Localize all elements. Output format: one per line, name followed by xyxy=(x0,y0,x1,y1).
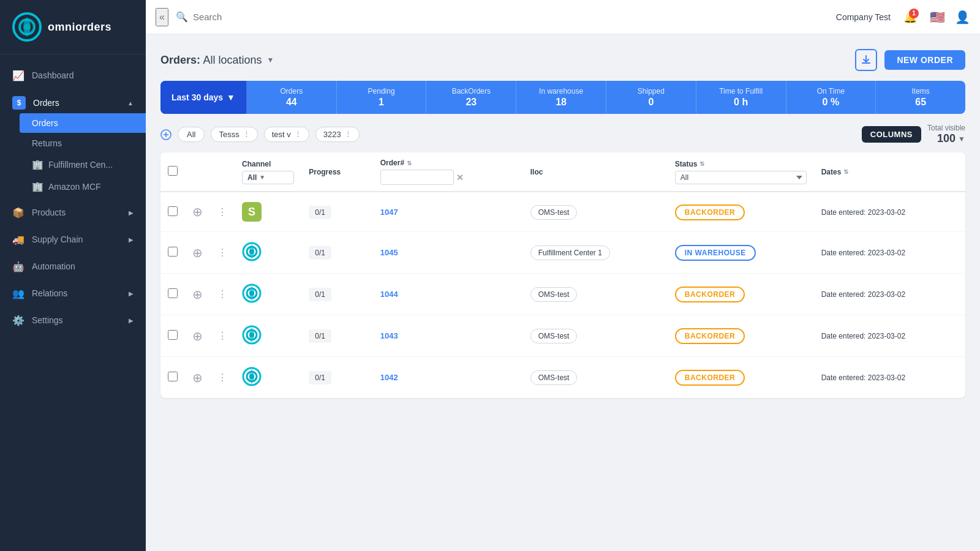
search-input[interactable] xyxy=(193,12,421,22)
row-more-icon[interactable]: ⋮ xyxy=(217,207,227,217)
filter-3223-more-icon: ⋮ xyxy=(345,130,352,138)
status-sort-icon[interactable]: ⇅ xyxy=(699,160,704,167)
automation-label: Automation xyxy=(32,261,75,271)
row-date-cell: Date entered: 2023-03-02 xyxy=(814,192,965,232)
row-more-icon[interactable]: ⋮ xyxy=(217,331,227,341)
row-progress-cell: 0/1 xyxy=(301,315,372,357)
order-num-sort-icon[interactable]: ⇅ xyxy=(407,160,412,167)
orders-header: Orders: All locations ▼ NEW ORDER xyxy=(160,49,965,71)
sidebar-item-label: Dashboard xyxy=(32,70,74,80)
row-status-cell: BACKORDER xyxy=(668,357,814,399)
row-add-icon[interactable]: ⊕ xyxy=(192,246,203,260)
sidebar-item-automation[interactable]: 🤖 Automation xyxy=(0,253,146,280)
row-add-cell: ⊕ xyxy=(185,274,210,315)
stat-in-warehouse[interactable]: In warehouse 18 xyxy=(516,81,606,114)
filter-add-button[interactable] xyxy=(160,129,172,140)
filter-chip-testv[interactable]: test v ⋮ xyxy=(264,127,309,142)
settings-expand-icon: ▶ xyxy=(129,317,134,324)
period-caret-icon: ▼ xyxy=(227,92,235,102)
stat-backorders-value: 23 xyxy=(431,97,511,108)
notifications-button[interactable]: 🔔 1 xyxy=(900,7,920,27)
sidebar-subitem-amazon[interactable]: 🏢 Amazon MCF xyxy=(32,176,146,198)
row-order-link[interactable]: 1042 xyxy=(380,373,398,382)
row-progress-cell: 0/1 xyxy=(301,274,372,315)
columns-button[interactable]: COLUMNS xyxy=(862,126,921,143)
stat-pending[interactable]: Pending 1 xyxy=(337,81,427,114)
row-location-badge: OMS-test xyxy=(530,329,578,343)
svg-point-2 xyxy=(24,24,30,30)
export-button[interactable] xyxy=(855,49,877,71)
stat-items[interactable]: Items 65 xyxy=(876,81,965,114)
row-hloc-cell: OMS-test xyxy=(523,315,668,357)
row-checkbox[interactable] xyxy=(168,372,178,381)
table-row: ⊕ ⋮ 0/1 1044 OMS-test BACKORDER Date ent… xyxy=(160,274,965,315)
row-more-icon[interactable]: ⋮ xyxy=(217,289,227,299)
channel-filter-value: All xyxy=(247,173,257,182)
row-order-link[interactable]: 1047 xyxy=(380,208,398,217)
new-order-button[interactable]: NEW ORDER xyxy=(884,50,965,70)
row-add-icon[interactable]: ⊕ xyxy=(192,329,203,343)
stat-backorders[interactable]: BackOrders 23 xyxy=(426,81,516,114)
stat-orders[interactable]: Orders 44 xyxy=(247,81,337,114)
sidebar-item-settings[interactable]: ⚙️ Settings ▶ xyxy=(0,307,146,334)
filter-chip-3223[interactable]: 3223 ⋮ xyxy=(315,127,360,142)
sidebar-item-supply-chain[interactable]: 🚚 Supply Chain ▶ xyxy=(0,226,146,253)
th-more xyxy=(210,152,235,192)
row-checkbox[interactable] xyxy=(168,247,178,257)
row-checkbox[interactable] xyxy=(168,330,178,340)
row-more-icon[interactable]: ⋮ xyxy=(217,372,227,383)
row-date-text: Date entered: 2023-03-02 xyxy=(821,249,905,257)
supply-chain-label: Supply Chain xyxy=(32,234,83,244)
period-selector[interactable]: Last 30 days ▼ xyxy=(160,81,247,114)
filter-all-chip[interactable]: All xyxy=(178,127,205,142)
main-area: « 🔍 Company Test 🔔 1 🇺🇸 👤 Orders: All lo… xyxy=(146,0,980,551)
row-order-link[interactable]: 1045 xyxy=(380,248,398,257)
flag-icon[interactable]: 🇺🇸 xyxy=(930,10,945,24)
stat-time-to-fulfill[interactable]: Time to Fulfill 0 h xyxy=(696,81,786,114)
row-order-link[interactable]: 1044 xyxy=(380,290,398,299)
row-add-icon[interactable]: ⊕ xyxy=(192,371,203,384)
row-more-icon[interactable]: ⋮ xyxy=(217,247,227,258)
sidebar-item-dashboard[interactable]: 📈 Dashboard xyxy=(0,62,146,89)
row-more-cell: ⋮ xyxy=(210,192,235,232)
logo-text: omniorders xyxy=(48,21,111,34)
filter-chip-tesss[interactable]: Tesss ⋮ xyxy=(211,127,257,142)
location-selector[interactable]: All locations ▼ xyxy=(203,54,274,67)
notif-badge: 1 xyxy=(909,9,919,18)
channel-filter-caret-icon: ▼ xyxy=(259,174,265,181)
orders-expand-icon: ▲ xyxy=(127,100,134,107)
sidebar-item-orders[interactable]: $ Orders ▲ xyxy=(0,89,146,112)
order-num-clear-icon[interactable]: ✕ xyxy=(456,173,464,182)
products-expand-icon: ▶ xyxy=(129,209,134,216)
sidebar-subitem-fulfillment[interactable]: 🏢 Fulfillment Cen... xyxy=(32,154,146,176)
sidebar-subitem-orders[interactable]: Orders xyxy=(20,113,146,133)
filters-right: COLUMNS Total visible 100 ▼ xyxy=(862,124,965,145)
row-checkbox[interactable] xyxy=(168,288,178,298)
row-checkbox-cell xyxy=(160,315,185,357)
row-more-cell: ⋮ xyxy=(210,274,235,315)
row-add-icon[interactable]: ⊕ xyxy=(192,288,203,301)
sidebar-item-products[interactable]: 📦 Products ▶ xyxy=(0,199,146,226)
row-checkbox[interactable] xyxy=(168,206,178,216)
channel-filter-select[interactable]: All ▼ xyxy=(242,171,294,184)
sidebar-item-relations[interactable]: 👥 Relations ▶ xyxy=(0,280,146,307)
user-icon[interactable]: 👤 xyxy=(955,10,970,24)
stat-shipped-value: 0 xyxy=(611,97,691,108)
select-all-checkbox[interactable] xyxy=(168,166,178,176)
order-num-filter-input[interactable] xyxy=(380,170,454,185)
collapse-button[interactable]: « xyxy=(156,8,168,26)
row-order-num-cell: 1043 xyxy=(373,315,523,357)
dates-sort-icon[interactable]: ⇅ xyxy=(843,168,848,175)
stat-shipped[interactable]: Shipped 0 xyxy=(606,81,696,114)
stat-ontime-label: On Time xyxy=(791,87,871,96)
stat-on-time[interactable]: On Time 0 % xyxy=(786,81,876,114)
total-visible-caret-icon[interactable]: ▼ xyxy=(958,135,965,143)
row-order-link[interactable]: 1043 xyxy=(380,331,398,340)
row-checkbox-cell xyxy=(160,274,185,315)
status-filter-select[interactable]: All BACKORDER IN WAREHOUSE xyxy=(675,171,807,184)
sidebar-subitem-returns[interactable]: Returns xyxy=(32,133,146,154)
row-add-cell: ⊕ xyxy=(185,357,210,399)
row-add-icon[interactable]: ⊕ xyxy=(192,205,203,219)
row-checkbox-cell xyxy=(160,357,185,399)
row-status-badge: BACKORDER xyxy=(675,287,745,302)
